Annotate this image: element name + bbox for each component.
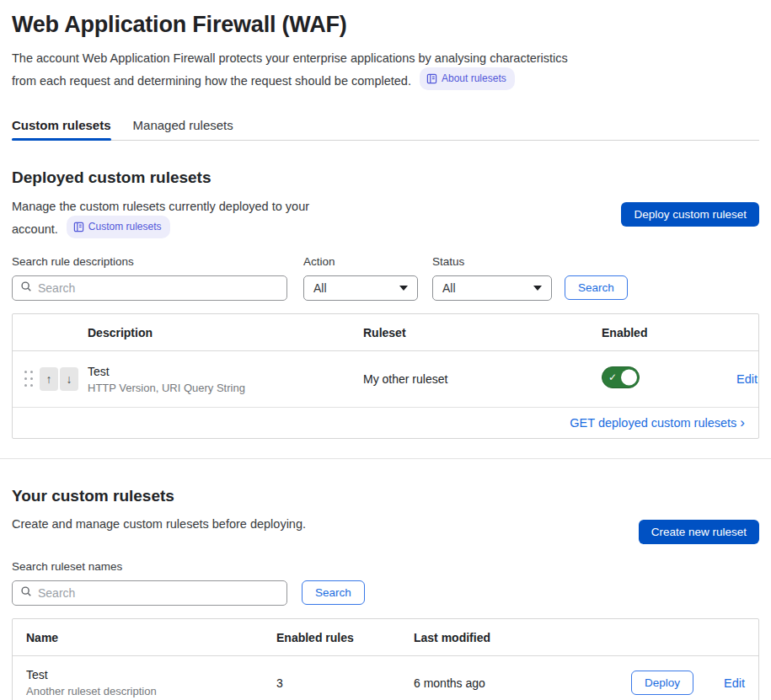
ruleset-name: Test (26, 668, 276, 681)
rule-enabled-cell: ✓ (602, 366, 736, 392)
deployed-table-header: Description Ruleset Enabled (13, 314, 758, 351)
rule-ruleset-cell: My other ruleset (363, 372, 602, 386)
edit-ruleset-link[interactable]: Edit (724, 676, 745, 690)
chevron-down-icon (399, 286, 408, 291)
ruleset-actions-cell: Deploy Edit (591, 671, 745, 695)
action-filter-field: Action All (303, 255, 418, 301)
deployed-section-intro: Manage the custom rulesets currently dep… (12, 198, 759, 238)
enabled-toggle[interactable]: ✓ (602, 366, 640, 388)
ruleset-name-search-box (12, 580, 287, 606)
chevron-down-icon (533, 286, 542, 291)
get-deployed-rulesets-link[interactable]: GET deployed custom rulesets › (570, 416, 745, 430)
deployed-search-button[interactable]: Search (565, 275, 628, 300)
custom-table-header: Name Enabled rules Last modified (13, 619, 758, 656)
ruleset-description: Another ruleset description (26, 685, 276, 697)
ruleset-name-search-label: Search ruleset names (12, 560, 287, 573)
tab-managed-rulesets[interactable]: Managed rulesets (133, 113, 233, 140)
column-header-enabled: Enabled (602, 326, 736, 339)
book-icon (426, 73, 437, 84)
rule-description-cell: Test HTTP Version, URI Query String (88, 365, 363, 394)
status-filter-label: Status (432, 255, 552, 268)
status-filter-field: Status All (432, 255, 552, 301)
page-description-line1: The account Web Application Firewall pro… (12, 51, 568, 65)
tab-bar: Custom rulesets Managed rulesets (12, 113, 759, 141)
rule-title: Test (88, 365, 363, 378)
drag-handle-icon[interactable] (24, 371, 34, 387)
rule-subtitle: HTTP Version, URI Query String (88, 382, 363, 394)
tab-custom-rulesets[interactable]: Custom rulesets (12, 113, 111, 140)
rule-description-search-input[interactable] (38, 281, 279, 295)
enabled-rules-cell: 3 (276, 676, 414, 690)
column-header-enabled-rules: Enabled rules (276, 631, 414, 644)
custom-section-heading: Your custom rulesets (12, 487, 759, 505)
custom-section-description: Create and manage custom rulesets before… (12, 516, 306, 533)
section-divider (0, 458, 771, 459)
page-title: Web Application Firewall (WAF) (12, 12, 759, 38)
deployed-filter-bar: Search rule descriptions Action All Stat… (12, 255, 759, 301)
deploy-custom-ruleset-button[interactable]: Deploy custom ruleset (621, 202, 759, 227)
table-row: ↑ ↓ Test HTTP Version, URI Query String … (13, 351, 758, 408)
ruleset-name-search-field: Search ruleset names (12, 560, 287, 606)
custom-rulesets-table: Name Enabled rules Last modified Test An… (12, 618, 759, 700)
custom-rulesets-badge[interactable]: Custom rulesets (67, 216, 170, 238)
status-filter-value: All (442, 281, 456, 295)
book-icon (73, 222, 84, 232)
about-rulesets-badge[interactable]: About rulesets (420, 67, 515, 90)
deployed-table-footer: GET deployed custom rulesets › (13, 408, 758, 438)
row-reorder-controls: ↑ ↓ (13, 367, 88, 391)
create-new-ruleset-button[interactable]: Create new ruleset (639, 520, 759, 544)
page-description-line2: from each request and determining how th… (12, 74, 411, 88)
column-header-ruleset: Ruleset (363, 326, 602, 339)
custom-rulesets-badge-label: Custom rulesets (88, 218, 162, 236)
table-row: Test Another ruleset description 3 6 mon… (13, 656, 758, 700)
waf-page: Web Application Firewall (WAF) The accou… (0, 0, 771, 700)
search-icon (20, 585, 32, 601)
action-filter-select[interactable]: All (303, 275, 418, 301)
chevron-right-icon: › (740, 415, 745, 430)
about-rulesets-label: About rulesets (442, 70, 506, 88)
deployed-description-line1: Manage the custom rulesets currently dep… (12, 200, 309, 213)
deployed-section-heading: Deployed custom rulesets (12, 168, 759, 187)
deployed-description-line2: account. (12, 222, 58, 236)
deploy-ruleset-button[interactable]: Deploy (631, 671, 693, 695)
ruleset-name-search-input[interactable] (38, 586, 279, 600)
action-filter-value: All (313, 281, 327, 295)
custom-section-intro: Create and manage custom rulesets before… (12, 516, 759, 544)
rule-description-search-field: Search rule descriptions (12, 255, 287, 301)
action-filter-label: Action (303, 255, 418, 268)
page-description: The account Web Application Firewall pro… (12, 50, 759, 90)
ruleset-name-cell: Test Another ruleset description (26, 668, 276, 697)
check-icon: ✓ (608, 371, 617, 383)
move-down-button[interactable]: ↓ (60, 367, 78, 391)
column-header-last-modified: Last modified (414, 631, 591, 644)
last-modified-cell: 6 months ago (414, 676, 591, 690)
edit-rule-link[interactable]: Edit (736, 372, 758, 386)
ruleset-name-search-bar: Search ruleset names Search (12, 560, 759, 606)
rule-description-search-box (12, 275, 287, 301)
deployed-section-description: Manage the custom rulesets currently dep… (12, 198, 309, 238)
column-header-description: Description (88, 326, 363, 339)
deployed-rulesets-table: Description Ruleset Enabled ↑ ↓ Test HTT… (12, 313, 759, 439)
column-header-name: Name (26, 631, 276, 644)
rule-description-search-label: Search rule descriptions (12, 255, 287, 268)
search-icon (20, 281, 32, 296)
move-up-button[interactable]: ↑ (40, 367, 58, 391)
custom-search-button[interactable]: Search (302, 580, 365, 605)
status-filter-select[interactable]: All (432, 275, 552, 301)
rule-edit-cell: Edit (736, 371, 771, 387)
